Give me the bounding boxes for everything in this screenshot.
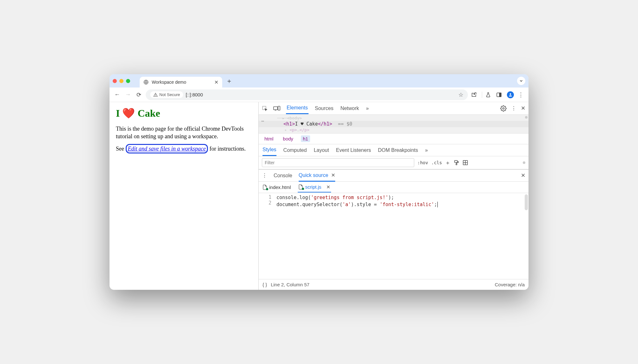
devtools-tabbar: Elements Sources Network » ⋮ ✕ — [259, 102, 528, 115]
back-button[interactable]: ← — [113, 91, 121, 98]
cursor-position: Line 2, Column 57 — [271, 282, 309, 287]
menu-icon[interactable]: ⋮ — [517, 91, 525, 98]
subtab-more[interactable]: » — [425, 145, 428, 156]
extensions-icon[interactable] — [471, 92, 479, 98]
tab-bar: Workspace demo ✕ ＋ — [110, 74, 528, 88]
drawer-tabbar: ⋮ Console Quick source ✕ ✕ — [259, 170, 528, 182]
editor-status-bar: { } Line 2, Column 57 Coverage: n/a — [259, 279, 528, 290]
security-chip[interactable]: Not Secure — [150, 91, 183, 98]
drawer-close-icon[interactable]: ✕ — [521, 172, 525, 179]
drawer-files: index.html script.js ✕ — [259, 182, 528, 193]
cls-button[interactable]: .cls — [431, 160, 442, 165]
drawer-menu-icon[interactable]: ⋮ — [262, 172, 267, 179]
dom-tree[interactable]: ⋯ ▸ <body> <h1>I ♥ Cake</h1> == $0 ▸ <p>… — [259, 115, 528, 133]
devtools-menu-icon[interactable]: ⋮ — [511, 105, 516, 112]
svg-rect-5 — [500, 93, 501, 97]
tab-sources[interactable]: Sources — [314, 103, 334, 114]
close-quicksource-icon[interactable]: ✕ — [331, 172, 335, 178]
dom-h1-text: I ♥ Cake — [295, 121, 318, 127]
tab-more[interactable]: » — [365, 103, 369, 114]
warning-icon — [153, 93, 158, 97]
subtab-layout[interactable]: Layout — [314, 145, 329, 156]
styles-toolbar: Filter :hov .cls ＋ — [259, 156, 528, 169]
settings-icon[interactable] — [500, 105, 507, 112]
editor-scrollbar[interactable] — [525, 194, 528, 210]
devtools-close-icon[interactable]: ✕ — [521, 105, 525, 112]
crumb-h1[interactable]: h1 — [301, 135, 310, 142]
file-script-label: script.js — [305, 184, 321, 190]
format-icon[interactable]: { } — [263, 282, 267, 287]
tab-network[interactable]: Network — [340, 103, 360, 114]
dom-line-body[interactable]: ▸ <body> — [259, 115, 528, 121]
subtab-styles[interactable]: Styles — [263, 144, 276, 156]
page-heading: I ❤️ Cake — [116, 107, 252, 119]
source-editor[interactable]: 1 2 console.log('greetings from script.j… — [259, 193, 528, 279]
tab-title: Workspace demo — [152, 80, 186, 85]
flexgrid-icon[interactable] — [462, 160, 468, 166]
lineno-2: 2 — [259, 200, 271, 206]
sidepanel-icon[interactable] — [496, 92, 504, 98]
url-text: [::]:8000 — [186, 92, 203, 97]
code-area[interactable]: console.log('greetings from script.js!')… — [275, 193, 528, 279]
crumb-html[interactable]: html — [263, 135, 275, 142]
subtab-computed[interactable]: Computed — [283, 145, 307, 156]
omnibox[interactable]: Not Secure [::]:8000 ☆ — [146, 89, 468, 100]
maximize-window-button[interactable] — [126, 79, 130, 83]
file-tab-script[interactable]: script.js ✕ — [298, 182, 331, 192]
page-paragraph-1: This is the demo page for the official C… — [116, 125, 252, 140]
rendered-page: I ❤️ Cake This is the demo page for the … — [110, 102, 259, 290]
close-tab-icon[interactable]: ✕ — [214, 79, 218, 85]
close-window-button[interactable] — [113, 79, 117, 83]
workspace-link[interactable]: Edit and save files in a workspace — [126, 144, 208, 153]
hov-button[interactable]: :hov — [417, 160, 428, 165]
content-area: I ❤️ Cake This is the demo page for the … — [110, 102, 528, 290]
dom-eq: == $0 — [338, 121, 352, 127]
svg-point-2 — [156, 95, 156, 96]
styles-tabbar: Styles Computed Layout Event Listeners D… — [259, 144, 528, 156]
profile-avatar[interactable] — [507, 91, 514, 98]
lineno-1: 1 — [259, 194, 271, 200]
heading-suffix: Cake — [135, 107, 160, 119]
minimize-window-button[interactable] — [119, 79, 123, 83]
paint-icon[interactable] — [454, 160, 459, 166]
subtab-eventlisteners[interactable]: Event Listeners — [336, 145, 371, 156]
devtools-drawer: ⋮ Console Quick source ✕ ✕ index.html — [259, 169, 528, 290]
device-icon[interactable] — [273, 106, 280, 111]
heading-prefix: I — [116, 107, 122, 119]
styles-scrollhint — [523, 161, 525, 164]
svg-rect-13 — [456, 164, 457, 165]
svg-rect-12 — [455, 160, 457, 162]
bookmark-icon[interactable]: ☆ — [458, 91, 463, 98]
quicksource-label: Quick source — [299, 172, 328, 178]
file-tab-index[interactable]: index.html — [262, 183, 291, 192]
dom-h1-close: </h1> — [318, 121, 332, 127]
dom-breadcrumbs: html body h1 — [259, 133, 528, 144]
coverage-status: Coverage: n/a — [495, 282, 525, 287]
reload-button[interactable]: ⟳ — [135, 91, 143, 98]
line-gutter: 1 2 — [259, 193, 275, 279]
traffic-lights — [113, 79, 130, 83]
crumb-body[interactable]: body — [281, 135, 295, 142]
new-tab-button[interactable]: ＋ — [226, 77, 232, 85]
forward-button[interactable]: → — [124, 91, 132, 98]
svg-point-6 — [510, 93, 511, 95]
address-bar: ← → ⟳ Not Secure [::]:8000 ☆ ⋮ — [110, 88, 528, 102]
dom-line-h1[interactable]: <h1>I ♥ Cake</h1> == $0 — [259, 121, 528, 127]
inspect-icon[interactable] — [262, 106, 268, 111]
styles-filter-input[interactable]: Filter — [262, 158, 414, 167]
browser-window: Workspace demo ✕ ＋ ← → ⟳ Not Secure [::]… — [110, 74, 528, 290]
subtab-dombp[interactable]: DOM Breakpoints — [378, 145, 418, 156]
scrollbar-thumb[interactable] — [525, 116, 528, 119]
close-file-icon[interactable]: ✕ — [326, 184, 330, 190]
dom-h1-open: <h1> — [283, 121, 295, 127]
heart-icon: ❤️ — [122, 107, 135, 119]
browser-tab[interactable]: Workspace demo ✕ — [140, 77, 222, 88]
tabs-menu-button[interactable] — [517, 77, 525, 85]
new-style-icon[interactable]: ＋ — [445, 159, 450, 166]
tab-elements[interactable]: Elements — [286, 102, 309, 114]
labs-icon[interactable] — [485, 92, 493, 98]
drawer-tab-quicksource[interactable]: Quick source ✕ — [299, 170, 335, 182]
dom-line-p[interactable]: ▸ <p>…</p> — [259, 127, 528, 133]
drawer-tab-console[interactable]: Console — [274, 170, 292, 181]
filter-placeholder: Filter — [265, 160, 275, 165]
